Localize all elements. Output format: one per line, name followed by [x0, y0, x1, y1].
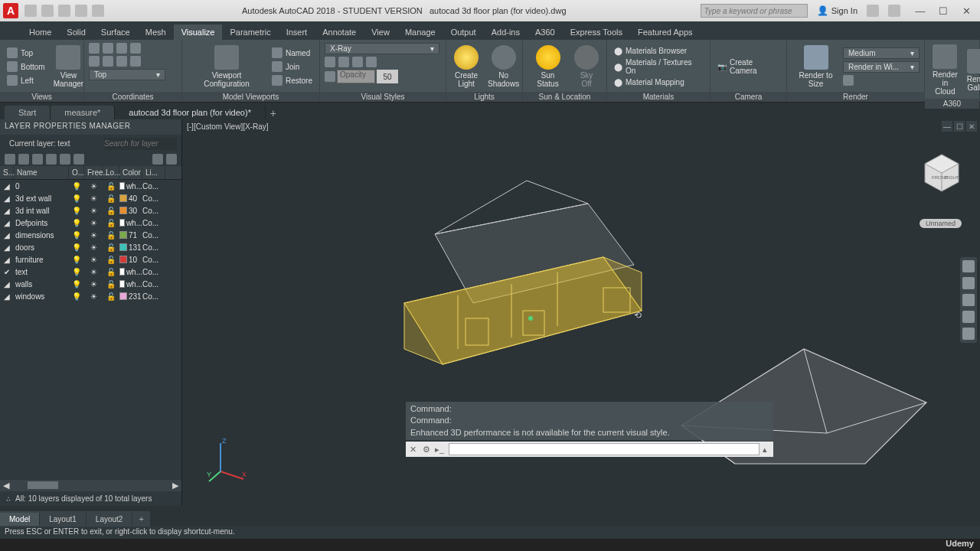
- ribbon-tab-home[interactable]: Home: [21, 24, 59, 40]
- close-icon[interactable]: ✕: [956, 3, 977, 18]
- create-light-button[interactable]: Create Light: [451, 44, 482, 90]
- layer-row[interactable]: ◢walls💡☀🔓wh...Co...: [0, 278, 181, 290]
- layout-tab-layout2[interactable]: Layout2: [87, 513, 133, 526]
- zoom-icon[interactable]: [962, 294, 975, 306]
- ribbon-tab-express-tools[interactable]: Express Tools: [563, 24, 630, 40]
- qat-new-icon[interactable]: [24, 5, 37, 17]
- ribbon-tab-annotate[interactable]: Annotate: [315, 24, 364, 40]
- qat-redo-icon[interactable]: [92, 5, 104, 17]
- ucs-icon[interactable]: [116, 56, 127, 67]
- orbit-icon[interactable]: [962, 311, 975, 323]
- viewport-config-button[interactable]: Viewport Configuration: [187, 44, 266, 90]
- layer-row[interactable]: ✔text💡☀🔓wh...Co...: [0, 266, 181, 278]
- new-layer-icon[interactable]: [18, 154, 29, 165]
- ribbon-tab-surface[interactable]: Surface: [93, 24, 138, 40]
- layout-tab-model[interactable]: Model: [0, 513, 40, 526]
- showmotion-icon[interactable]: [962, 328, 975, 340]
- layer-row[interactable]: ◢3d int wall💡☀🔓30Co...: [0, 204, 181, 217]
- exchange-icon[interactable]: [867, 5, 879, 17]
- view-bottom[interactable]: Bottom: [5, 60, 47, 73]
- render-cloud-button[interactable]: Render in Cloud: [929, 43, 961, 97]
- ribbon-tab-parametric[interactable]: Parametric: [222, 24, 278, 40]
- model-viewport[interactable]: [-][Custom View][X-Ray] — ☐ ✕ FRONT RIGH…: [182, 119, 980, 506]
- qat-save-icon[interactable]: [58, 5, 70, 17]
- ucs-icon[interactable]: [103, 43, 113, 54]
- material-mapping-button[interactable]: ⬤Material Mapping: [612, 77, 705, 87]
- maximize-icon[interactable]: ☐: [933, 3, 954, 18]
- opacity-value[interactable]: 50: [377, 70, 398, 83]
- ucs-icon[interactable]: [89, 56, 100, 67]
- delete-layer-icon[interactable]: [32, 154, 43, 165]
- viewport-maximize-icon[interactable]: ☐: [954, 121, 965, 132]
- materials-browser-button[interactable]: ⬤Materials Browser: [612, 46, 705, 56]
- pan-icon[interactable]: [962, 277, 975, 289]
- ucs-icon[interactable]: [89, 43, 100, 54]
- ucs-icon[interactable]: [103, 56, 113, 67]
- layer-row[interactable]: ◢dimensions💡☀🔓71Co...: [0, 229, 181, 241]
- viewport-label[interactable]: [-][Custom View][X-Ray]: [187, 122, 269, 131]
- ribbon-tab-solid[interactable]: Solid: [59, 24, 93, 40]
- ribbon-tab-add-ins[interactable]: Add-ins: [484, 24, 528, 40]
- doc-tab[interactable]: Start: [5, 106, 51, 119]
- ribbon-tab-mesh[interactable]: Mesh: [138, 24, 174, 40]
- sign-in-button[interactable]: Sign In: [817, 5, 858, 16]
- sun-status-button[interactable]: Sun Status: [528, 44, 568, 90]
- layer-row[interactable]: ◢doors💡☀🔓131Co...: [0, 241, 181, 253]
- layer-state-icon[interactable]: [46, 154, 57, 165]
- render-to-size-button[interactable]: Render to Size: [792, 44, 840, 90]
- visual-style-dropdown[interactable]: X-Ray: [325, 43, 439, 54]
- ribbon-tab-visualize[interactable]: Visualize: [174, 24, 223, 40]
- layer-state-icon[interactable]: [74, 154, 84, 165]
- layer-state-icon[interactable]: [60, 154, 70, 165]
- named-viewports-button[interactable]: Named: [270, 47, 315, 59]
- refresh-icon[interactable]: [152, 154, 163, 165]
- doc-tab[interactable]: autocad 3d floor plan (for video)*: [115, 106, 266, 119]
- view-left[interactable]: Left: [5, 74, 47, 86]
- minimize-icon[interactable]: —: [910, 3, 931, 18]
- render-gallery-button[interactable]: Render Gallery: [964, 47, 980, 93]
- viewport-close-icon[interactable]: ✕: [966, 121, 977, 132]
- render-misc-icon[interactable]: [843, 75, 854, 86]
- new-layout-button[interactable]: +: [132, 514, 149, 523]
- layer-search-input[interactable]: [104, 138, 177, 150]
- filter-icon[interactable]: ⛬: [5, 494, 12, 503]
- create-camera-button[interactable]: 📷Create Camera: [715, 57, 782, 76]
- view-top[interactable]: Top: [5, 47, 47, 59]
- sky-button[interactable]: Sky Off: [571, 44, 602, 90]
- command-recent-icon[interactable]: ▴: [763, 445, 773, 455]
- layer-scrollbar[interactable]: ◀▶: [0, 480, 181, 491]
- view-manager-button[interactable]: View Manager: [51, 44, 87, 90]
- command-input[interactable]: [449, 443, 760, 455]
- view-cube[interactable]: FRONT RIGHT: [919, 150, 965, 196]
- materials-textures-button[interactable]: ⬤Materials / Textures On: [612, 57, 705, 76]
- vs-icon[interactable]: [338, 57, 349, 67]
- new-layer-icon[interactable]: [5, 154, 15, 165]
- view-name-badge[interactable]: Unnamed: [920, 219, 962, 228]
- shadows-button[interactable]: No Shadows: [485, 44, 522, 90]
- layer-row[interactable]: ◢furniture💡☀🔓10Co...: [0, 253, 181, 266]
- layout-tab-layout1[interactable]: Layout1: [40, 513, 87, 526]
- help-search-input[interactable]: [701, 4, 808, 18]
- render-quality-dropdown[interactable]: Medium: [843, 47, 920, 59]
- new-doc-button[interactable]: +: [266, 107, 281, 119]
- ucs-dropdown[interactable]: Top: [89, 69, 165, 80]
- help-icon[interactable]: [888, 5, 900, 17]
- restore-viewports-button[interactable]: Restore: [270, 74, 315, 86]
- house-3d-model[interactable]: ⟲: [389, 165, 665, 380]
- layer-row[interactable]: ◢Defpoints💡☀🔓wh...Co...: [0, 217, 181, 229]
- ribbon-tab-insert[interactable]: Insert: [279, 24, 315, 40]
- settings-icon[interactable]: [166, 154, 177, 165]
- join-viewports-button[interactable]: Join: [270, 60, 315, 73]
- app-logo[interactable]: A: [3, 3, 18, 18]
- render-dest-dropdown[interactable]: Render in Wi...: [843, 61, 920, 73]
- layer-row[interactable]: ◢0💡☀🔓wh...Co...: [0, 180, 181, 192]
- steering-wheel-icon[interactable]: [962, 260, 975, 272]
- ucs-icon[interactable]: [130, 56, 141, 67]
- ribbon-tab-view[interactable]: View: [364, 24, 397, 40]
- command-config-icon[interactable]: ⚙: [420, 445, 433, 455]
- qat-open-icon[interactable]: [41, 5, 54, 17]
- layer-row[interactable]: ◢windows💡☀🔓231Co...: [0, 290, 181, 302]
- vs-icon[interactable]: [352, 57, 363, 67]
- vs-icon[interactable]: [325, 57, 335, 67]
- ribbon-tab-output[interactable]: Output: [443, 24, 484, 40]
